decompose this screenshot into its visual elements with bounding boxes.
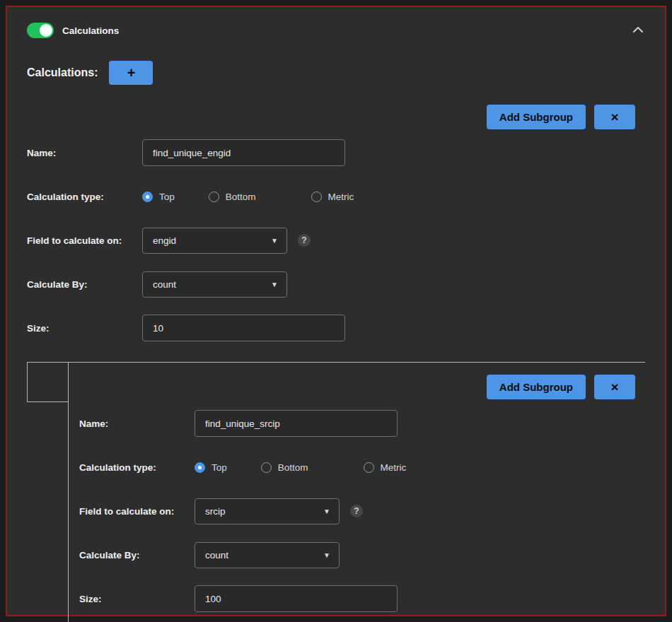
chevron-up-icon[interactable] xyxy=(632,24,644,37)
radio-label: Metric xyxy=(328,192,354,202)
calc-by-label: Calculate By: xyxy=(27,279,142,290)
toggle-knob xyxy=(40,24,52,37)
calculations-panel: Calculations Calculations: + Add Subgrou… xyxy=(6,6,666,616)
radio-icon xyxy=(364,462,374,473)
remove-group-button[interactable]: × xyxy=(594,375,635,399)
calculation-subgroup: Add Subgroup × Name: Calculation type: T… xyxy=(68,363,645,622)
close-icon: × xyxy=(610,110,618,125)
name-label: Name: xyxy=(27,148,142,158)
field-select[interactable]: srcip ▼ xyxy=(195,498,340,524)
name-input[interactable] xyxy=(142,139,345,166)
name-row: Name: xyxy=(27,139,645,166)
radio-option-top[interactable]: Top xyxy=(195,462,227,473)
calc-by-row: Calculate By: count ▼ xyxy=(79,541,645,568)
chevron-down-icon: ▼ xyxy=(271,237,278,245)
field-label: Field to calculate on: xyxy=(79,506,195,517)
add-calculation-button[interactable]: + xyxy=(109,61,153,85)
toggle-label: Calculations xyxy=(62,25,119,36)
title-row: Calculations: + xyxy=(27,61,645,85)
name-input[interactable] xyxy=(195,410,398,437)
size-row: Size: xyxy=(27,315,645,341)
calculations-toggle[interactable] xyxy=(27,23,54,38)
radio-icon xyxy=(195,462,205,473)
radio-icon xyxy=(142,192,153,202)
name-row: Name: xyxy=(79,410,645,437)
calc-by-label: Calculate By: xyxy=(79,550,195,561)
remove-group-button[interactable]: × xyxy=(594,105,635,129)
calc-by-select[interactable]: count ▼ xyxy=(195,542,340,568)
radio-label: Top xyxy=(212,462,227,473)
size-label: Size: xyxy=(27,323,142,334)
size-label: Size: xyxy=(79,594,195,604)
calc-type-row: Calculation type: Top Bottom Metric xyxy=(27,183,645,210)
calc-type-radio-group: Top Bottom Metric xyxy=(142,192,388,202)
select-value: count xyxy=(205,550,228,561)
field-row: Field to calculate on: engid ▼ ? xyxy=(27,227,645,254)
size-input[interactable] xyxy=(195,585,398,612)
radio-label: Top xyxy=(159,192,175,202)
calc-by-row: Calculate By: count ▼ xyxy=(27,271,645,298)
size-input[interactable] xyxy=(142,315,345,341)
calc-type-label: Calculation type: xyxy=(79,462,195,473)
radio-option-bottom[interactable]: Bottom xyxy=(261,462,308,473)
plus-icon: + xyxy=(127,65,136,81)
calculation-group-1: Add Subgroup × Name: Calculation type: T… xyxy=(27,105,645,341)
radio-icon xyxy=(261,462,272,473)
radio-icon xyxy=(209,192,219,202)
subgroup-frame: Add Subgroup × Name: Calculation type: T… xyxy=(27,362,645,622)
calc-by-select[interactable]: count ▼ xyxy=(142,271,287,298)
select-value: srcip xyxy=(205,506,226,517)
close-icon: × xyxy=(610,380,618,395)
add-subgroup-button[interactable]: Add Subgroup xyxy=(487,375,586,399)
radio-option-metric[interactable]: Metric xyxy=(364,462,407,473)
field-label: Field to calculate on: xyxy=(27,235,142,246)
calc-type-label: Calculation type: xyxy=(27,192,142,202)
radio-option-top[interactable]: Top xyxy=(142,192,175,202)
chevron-down-icon: ▼ xyxy=(323,507,330,515)
select-value: engid xyxy=(153,235,176,246)
page: Calculations Calculations: + Add Subgrou… xyxy=(0,0,672,622)
radio-icon xyxy=(311,192,322,202)
subgroup-notch xyxy=(27,363,68,402)
radio-option-metric[interactable]: Metric xyxy=(311,192,354,202)
radio-label: Metric xyxy=(381,462,407,473)
help-icon[interactable]: ? xyxy=(298,234,311,247)
chevron-down-icon: ▼ xyxy=(323,551,330,559)
help-icon[interactable]: ? xyxy=(350,505,363,517)
size-row: Size: xyxy=(79,585,645,612)
subgroup-toolbar: Add Subgroup × xyxy=(79,375,635,399)
page-title: Calculations: xyxy=(27,66,98,79)
calc-type-row: Calculation type: Top Bottom Metric xyxy=(79,454,645,481)
group1-toolbar: Add Subgroup × xyxy=(27,105,635,129)
radio-label: Bottom xyxy=(226,192,256,202)
name-label: Name: xyxy=(79,418,195,429)
calc-type-radio-group: Top Bottom Metric xyxy=(195,462,440,473)
select-value: count xyxy=(153,279,176,290)
radio-option-bottom[interactable]: Bottom xyxy=(209,192,256,202)
field-select[interactable]: engid ▼ xyxy=(142,228,287,254)
field-row: Field to calculate on: srcip ▼ ? xyxy=(79,498,645,524)
chevron-down-icon: ▼ xyxy=(271,281,278,288)
panel-header: Calculations xyxy=(27,23,645,38)
add-subgroup-button[interactable]: Add Subgroup xyxy=(487,105,586,129)
radio-label: Bottom xyxy=(278,462,308,473)
